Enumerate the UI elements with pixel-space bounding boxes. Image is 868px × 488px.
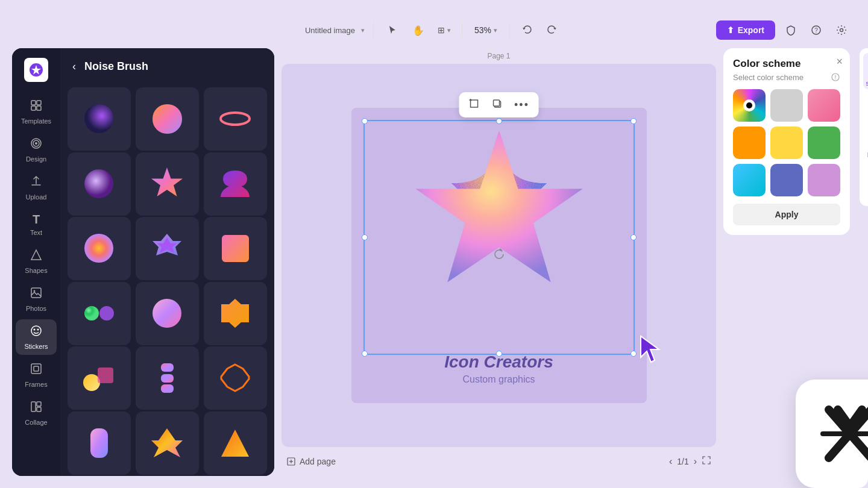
settings-icon-btn[interactable] [832, 20, 851, 40]
filters-tool-btn[interactable]: Filters [863, 90, 868, 127]
adjust-tool-btn[interactable] [863, 165, 868, 201]
panel-back-btn[interactable]: ‹ [70, 58, 78, 75]
right-tool-panel: Color scheme Filters Effects [860, 48, 868, 206]
layout-tool-btn[interactable]: ⊞ ▾ [433, 19, 456, 41]
sticker-grid [60, 83, 274, 476]
design-icon [30, 137, 43, 153]
zoom-level-text: 53% [474, 25, 491, 35]
star-element[interactable] [360, 117, 638, 352]
svg-rect-15 [34, 366, 39, 371]
undo-btn[interactable] [516, 19, 538, 41]
topbar-right: ⬆ Export ? [716, 20, 851, 40]
apply-btn[interactable]: Apply [733, 204, 840, 225]
sidebar-item-photos[interactable]: Photos [16, 281, 57, 317]
sticker-item[interactable] [68, 346, 131, 410]
sticker-item[interactable] [68, 87, 131, 151]
upload-label: Upload [26, 193, 47, 201]
sticker-item[interactable] [136, 411, 199, 475]
sticker-item[interactable] [68, 217, 131, 280]
swatch-cyan[interactable] [733, 164, 766, 196]
sticker-item[interactable] [204, 152, 267, 216]
svg-point-26 [153, 299, 181, 328]
swatch-purple[interactable] [808, 164, 840, 196]
color-scheme-title: Color scheme [733, 58, 840, 70]
sidebar-item-collage[interactable]: Collage [16, 395, 57, 431]
sticker-item[interactable] [136, 346, 199, 410]
sidebar-item-upload[interactable]: Upload [16, 170, 57, 205]
fullscreen-btn[interactable] [702, 455, 711, 468]
svg-rect-17 [37, 402, 41, 406]
sidebar: Templates Design Upload T Text [12, 48, 274, 476]
swatch-green[interactable] [808, 127, 840, 159]
sticker-item[interactable] [204, 217, 267, 280]
swatch-multicolor[interactable] [733, 89, 766, 122]
sticker-item[interactable] [204, 346, 267, 410]
prev-page-btn[interactable]: ‹ [669, 456, 672, 467]
add-page-btn[interactable]: Add page [286, 457, 336, 466]
sidebar-item-text[interactable]: T Text [16, 208, 57, 241]
title-caret-icon[interactable]: ▾ [361, 27, 365, 34]
svg-rect-14 [31, 364, 41, 374]
svg-rect-30 [161, 374, 174, 383]
topbar: Untitled image ▾ ✋ ⊞ ▾ 53% ▾ [12, 12, 856, 48]
text-label: Text [30, 229, 42, 236]
stickers-label: Stickers [24, 343, 48, 350]
shield-icon-btn[interactable] [781, 20, 800, 40]
photos-label: Photos [26, 305, 46, 312]
color-scheme-tool-btn[interactable]: Color scheme [863, 53, 868, 89]
page-nav: ‹ 1/1 › [669, 455, 711, 468]
redo-btn[interactable] [541, 19, 563, 41]
sticker-item[interactable] [204, 87, 267, 151]
help-icon-btn[interactable]: ? [807, 20, 826, 40]
sticker-item[interactable] [136, 87, 199, 151]
sticker-item[interactable] [136, 217, 199, 280]
swatch-orange[interactable] [733, 127, 766, 159]
next-page-btn[interactable]: › [694, 456, 697, 467]
canvas-area: Page 1 [274, 48, 723, 476]
export-btn[interactable]: ⬆ Export [716, 20, 775, 40]
crop-btn[interactable] [466, 96, 482, 114]
sidebar-item-stickers[interactable]: Stickers [16, 319, 57, 355]
zoom-btn[interactable]: 53% ▾ [468, 22, 503, 39]
divider [373, 23, 374, 37]
swatch-pink[interactable] [808, 89, 840, 122]
svg-point-22 [84, 234, 113, 263]
sticker-item[interactable] [68, 411, 131, 475]
templates-icon [30, 99, 43, 115]
canvas-wrapper[interactable]: ••• Icon Creators Custom graphics [281, 64, 716, 447]
sidebar-item-design[interactable]: Design [16, 132, 57, 167]
swatch-yellow[interactable] [770, 127, 803, 159]
sidebar-item-frames[interactable]: Frames [16, 357, 57, 393]
sticker-item[interactable] [136, 282, 199, 345]
duplicate-btn[interactable] [489, 96, 505, 114]
swatch-blue[interactable] [770, 164, 803, 196]
swatch-gray[interactable] [770, 89, 803, 122]
frames-label: Frames [25, 381, 47, 388]
sticker-item[interactable] [204, 282, 267, 345]
svg-rect-28 [98, 368, 113, 383]
svg-marker-33 [221, 430, 249, 457]
sticker-item[interactable] [204, 411, 267, 475]
effects-tool-btn[interactable]: Effects [863, 128, 868, 164]
sidebar-item-shapes[interactable]: Shapes [16, 243, 57, 279]
svg-text:?: ? [814, 27, 818, 34]
panel-header: ‹ Noise Brush [60, 48, 274, 83]
templates-label: Templates [21, 117, 51, 125]
cursor-arrow [638, 333, 668, 369]
canvas-main-text[interactable]: Icon Creators [351, 352, 647, 372]
color-scheme-subtitle: Select color scheme [733, 72, 840, 82]
sticker-item[interactable] [68, 152, 131, 216]
sidebar-item-templates[interactable]: Templates [16, 94, 57, 130]
sticker-item[interactable] [136, 152, 199, 216]
more-options-btn[interactable]: ••• [512, 96, 532, 114]
file-name-label[interactable]: Untitled image [305, 26, 355, 35]
canvas-sub-text[interactable]: Custom graphics [351, 374, 647, 385]
hand-tool-btn[interactable]: ✋ [407, 19, 429, 41]
close-color-scheme-btn[interactable]: × [836, 55, 843, 68]
svg-point-13 [37, 329, 39, 331]
sticker-item[interactable] [68, 282, 131, 345]
panel-title: Noise Brush [84, 60, 148, 73]
svg-rect-9 [31, 288, 41, 298]
svg-point-2 [840, 29, 843, 32]
select-tool-btn[interactable] [382, 19, 404, 41]
